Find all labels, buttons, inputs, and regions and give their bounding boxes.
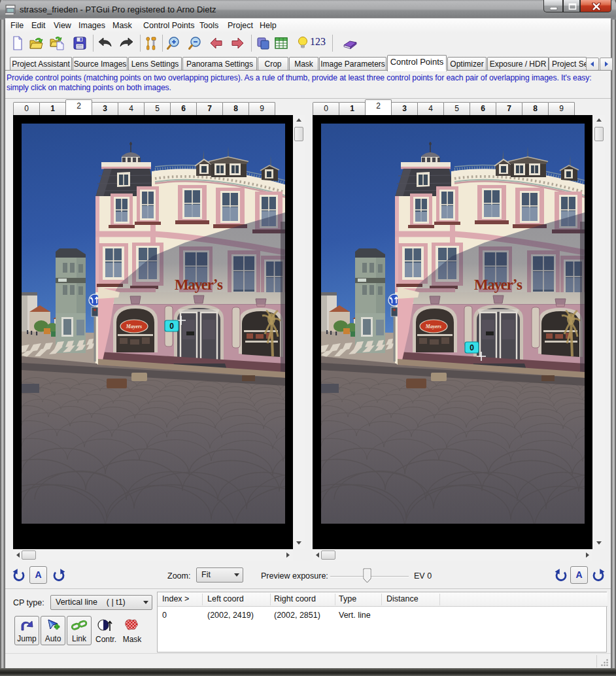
svg-text:0: 0: [169, 322, 174, 331]
svg-text:0: 0: [470, 343, 474, 352]
